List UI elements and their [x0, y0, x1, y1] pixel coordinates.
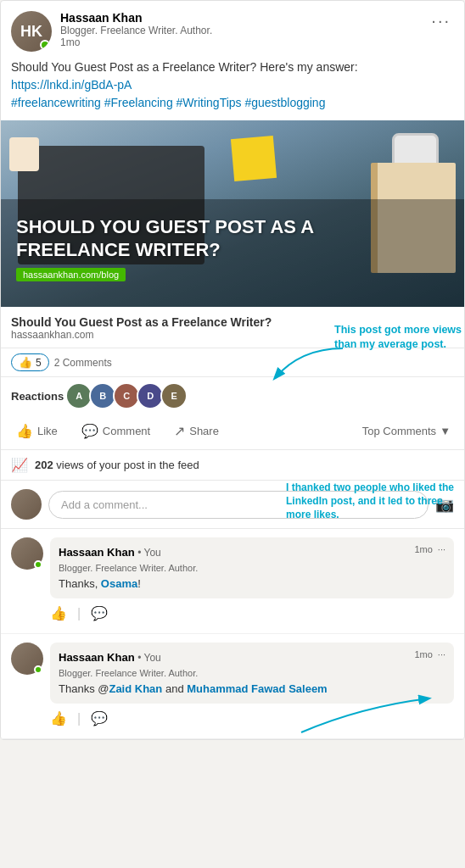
post-body-text: Should You Guest Post as a Freelance Wri… [11, 60, 358, 74]
reaction-badge[interactable]: 👍 5 [11, 353, 49, 371]
annotation-arrow-2 [293, 690, 462, 741]
like-button[interactable]: 👍 Like [4, 416, 70, 446]
like-icon: 👍 [16, 423, 33, 439]
views-chart-icon: 📈 [11, 457, 28, 473]
sticky-note-decoration [231, 136, 277, 181]
author-avatar: HK [11, 11, 52, 52]
comment-like-button-1[interactable]: 👍 [50, 605, 67, 621]
divider-2: | [77, 711, 81, 726]
comment-time-more-1: 1mo ··· [414, 544, 445, 554]
post-text: Should You Guest Post as a Freelance Wri… [1, 58, 464, 120]
thumbs-up-icon: 👍 [19, 356, 32, 369]
reactions-section: Reactions A B C D E [1, 377, 464, 413]
comment-like-button-2[interactable]: 👍 [50, 710, 67, 726]
share-icon: ↗ [174, 423, 185, 439]
comment-time-more-2: 1mo ··· [414, 649, 445, 659]
comment-input-row: Add a comment... 📷 [1, 481, 464, 529]
comment-you-label-2: • You [137, 652, 161, 664]
comment-actions-1: 👍 | 💬 [50, 602, 454, 625]
comment-time-2: 1mo [414, 649, 432, 659]
article-headline: SHOULD YOU GUEST POST AS A FREELANCE WRI… [16, 216, 449, 261]
comment-more-icon-2: ··· [438, 649, 445, 659]
comment-online-dot-1 [34, 560, 42, 569]
comment-bubble-1: Hassaan Khan • You Blogger. Freelance Wr… [50, 537, 454, 598]
comment-item-2: Hassaan Khan • You Blogger. Freelance Wr… [1, 634, 464, 739]
comment-avatar-2 [11, 643, 43, 675]
comment-author-title-2: Blogger. Freelance Writer. Author. [59, 668, 198, 678]
post-time: 1mo [60, 36, 212, 48]
comment-content-1: Hassaan Khan • You Blogger. Freelance Wr… [50, 537, 454, 625]
comment-label: Comment [103, 425, 150, 437]
author-info: Hassaan Khan Blogger. Freelance Writer. … [60, 11, 212, 48]
like-label: Like [37, 425, 58, 437]
comment-author-name-2: Hassaan Khan • You [59, 651, 161, 664]
comment-icon: 💬 [81, 423, 98, 439]
share-button[interactable]: ↗ Share [162, 416, 231, 446]
comment-input-avatar [11, 489, 42, 520]
comment-content-2: Hassaan Khan • You Blogger. Freelance Wr… [50, 643, 454, 730]
article-meta: Should You Guest Post as a Freelance Wri… [1, 307, 464, 348]
comment-author-info-2: Hassaan Khan • You Blogger. Freelance Wr… [59, 649, 198, 680]
reactions-bar: 👍 5 2 Comments [1, 348, 464, 377]
share-label: Share [189, 425, 219, 437]
comment-text-1: Thanks, Osama! [59, 576, 445, 592]
comment-reply-button-1[interactable]: 💬 [91, 605, 108, 621]
comment-time-1: 1mo [414, 544, 432, 554]
article-domain: hassaankhan.com [11, 329, 454, 341]
chevron-down-icon: ▼ [440, 425, 451, 437]
comment-author-info-1: Hassaan Khan • You Blogger. Freelance Wr… [59, 544, 198, 575]
comment-author-title-1: Blogger. Freelance Writer. Author. [59, 563, 198, 573]
reactions-count-container: 👍 5 2 Comments This post got more views … [1, 348, 464, 377]
post-hashtags: #freelancewriting #Freelancing #WritingT… [11, 96, 325, 109]
headline-line1: SHOULD YOU GUEST POST AS A [16, 216, 314, 237]
author-title: Blogger. Freelance Writer. Author. [60, 25, 212, 36]
comment-item-1: Hassaan Khan • You Blogger. Freelance Wr… [1, 529, 464, 634]
views-bar: 📈 202 views of your post in the feed [1, 450, 464, 481]
coffee-cup-decoration [9, 137, 39, 171]
divider-1: | [77, 606, 81, 621]
action-buttons-bar: 👍 Like 💬 Comment ↗ Share Top Comments ▼ [1, 413, 464, 450]
top-comments-dropdown[interactable]: Top Comments ▼ [352, 418, 461, 444]
top-comments-label: Top Comments [362, 425, 436, 437]
action-buttons-left: 👍 Like 💬 Comment ↗ Share [4, 416, 231, 446]
headline-line2: FREELANCE WRITER? [16, 239, 221, 260]
comment-you-label-1: • You [137, 547, 161, 559]
comment-more-icon-1: ··· [438, 544, 445, 554]
comment-input-container: Add a comment... 📷 I thanked two people … [1, 481, 464, 529]
reaction-count: 5 [36, 357, 42, 369]
comment-mention-osama[interactable]: Osama [101, 577, 137, 590]
camera-icon[interactable]: 📷 [435, 495, 454, 514]
article-title: Should You Guest Post as a Freelance Wri… [11, 315, 454, 329]
linkedin-post-card: HK Hassaan Khan Blogger. Freelance Write… [0, 0, 465, 740]
online-indicator [40, 40, 50, 50]
comment-button[interactable]: 💬 Comment [70, 416, 162, 446]
comment-reply-button-2[interactable]: 💬 [91, 710, 108, 726]
reactions-left: 👍 5 2 Comments [11, 353, 112, 371]
comment-author-name-1: Hassaan Khan • You [59, 546, 161, 559]
comment-avatar-1 [11, 537, 43, 570]
article-website-badge: hassaankhan.com/blog [16, 268, 126, 281]
reactions-label: Reactions [11, 390, 64, 403]
views-count: 202 [35, 459, 53, 471]
article-image-overlay: SHOULD YOU GUEST POST AS A FREELANCE WRI… [1, 199, 464, 307]
author-name: Hassaan Khan [60, 11, 212, 25]
article-image[interactable]: SHOULD YOU GUEST POST AS A FREELANCE WRI… [1, 120, 464, 307]
post-header: HK Hassaan Khan Blogger. Freelance Write… [1, 1, 464, 58]
comment-online-dot-2 [34, 665, 42, 674]
comment-author-row-1: Hassaan Khan • You Blogger. Freelance Wr… [59, 544, 445, 575]
comment-author-row-2: Hassaan Khan • You Blogger. Freelance Wr… [59, 649, 445, 680]
reactor-avatar-5: E [160, 382, 188, 409]
more-options-button[interactable]: ··· [428, 11, 454, 31]
comments-count: 2 Comments [54, 357, 112, 369]
post-header-left: HK Hassaan Khan Blogger. Freelance Write… [11, 11, 212, 52]
comment-input-field[interactable]: Add a comment... [48, 491, 429, 519]
views-text: 202 views of your post in the feed [35, 459, 199, 471]
views-description: views of your post in the feed [56, 459, 199, 471]
comment-mention-zaid[interactable]: Zaid Khan [109, 682, 162, 695]
post-link[interactable]: https://lnkd.in/gBdA-pA [11, 76, 454, 94]
